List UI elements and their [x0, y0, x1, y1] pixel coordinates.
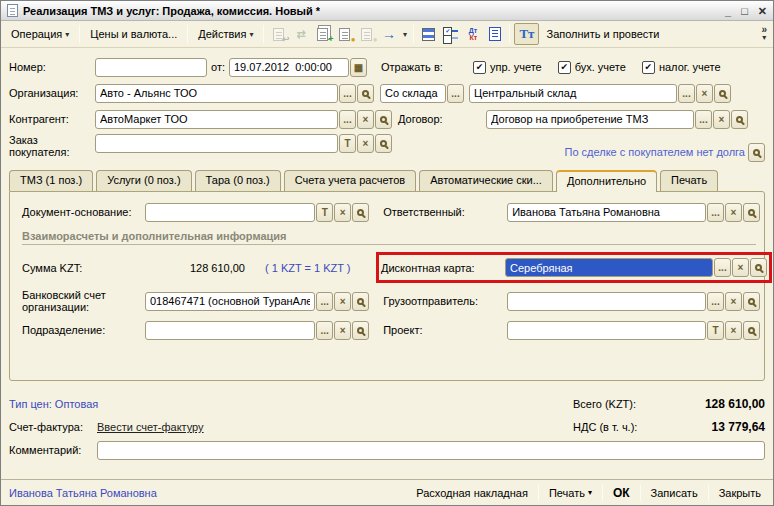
open-icon[interactable]	[352, 203, 369, 222]
toolbar-overflow-button[interactable]: » ▾	[761, 26, 769, 42]
open-icon[interactable]	[352, 292, 369, 311]
department-input[interactable]	[145, 321, 315, 340]
fill-document-icon[interactable]: ●	[334, 24, 355, 45]
magnifier-icon	[748, 209, 755, 216]
fill-and-post-button[interactable]: Заполнить и провести	[540, 25, 665, 43]
close-form-button[interactable]: Закрыть	[715, 485, 765, 501]
bank-account-input[interactable]	[145, 292, 315, 311]
choose-button[interactable]: ...	[714, 258, 731, 277]
open-icon[interactable]	[352, 321, 369, 340]
open-icon[interactable]	[743, 321, 760, 340]
choose-button[interactable]: ...	[339, 84, 356, 103]
totals-toggle-button[interactable]: Тт	[514, 23, 539, 45]
discount-card-label: Дисконтная карта:	[381, 262, 505, 274]
go-to-icon[interactable]: →	[378, 24, 399, 45]
discount-card-input[interactable]	[505, 258, 713, 277]
choose-button[interactable]: ...	[339, 110, 356, 129]
prices-currency-button[interactable]: Цены и валюта...	[84, 25, 183, 43]
save-button[interactable]: Записать	[647, 485, 702, 501]
calendar-icon[interactable]: ▦	[350, 58, 367, 77]
open-icon[interactable]	[714, 84, 731, 103]
open-icon[interactable]	[743, 203, 760, 222]
actions-menu-button[interactable]: Действия ▾	[192, 25, 259, 43]
tab-settlement-accounts[interactable]: Счета учета расчетов	[284, 170, 416, 191]
reflect-label: Отражать в:	[381, 61, 473, 73]
refresh-icon: ⇄	[290, 24, 311, 45]
customer-order-input[interactable]	[95, 134, 338, 153]
clear-icon[interactable]: ×	[357, 110, 374, 129]
clear-icon[interactable]: ×	[334, 203, 351, 222]
base-document-input[interactable]	[145, 203, 315, 222]
warehouse-input[interactable]	[469, 84, 677, 103]
open-icon[interactable]	[731, 110, 748, 129]
price-type-link[interactable]: Тип цен: Оптовая	[9, 398, 98, 410]
date-input[interactable]	[229, 58, 349, 77]
clear-icon[interactable]: ×	[725, 203, 742, 222]
tab-additional[interactable]: Дополнительно	[556, 170, 657, 192]
choose-button[interactable]: ...	[707, 292, 724, 311]
clear-icon[interactable]: ×	[357, 134, 374, 153]
postings-dtkt-icon[interactable]: Дт Кт	[462, 24, 483, 45]
prices-currency-label: Цены и валюта...	[90, 28, 177, 40]
form-body: Номер: от: ▦ Отражать в: ✔ упр. учете ✔ …	[1, 48, 773, 505]
project-input[interactable]	[507, 321, 706, 340]
responsible-input[interactable]	[507, 203, 706, 222]
clear-icon[interactable]: ×	[713, 110, 730, 129]
open-icon[interactable]	[748, 143, 765, 162]
contractor-input[interactable]	[95, 110, 338, 129]
go-to-dropdown-icon[interactable]: ▾	[400, 30, 409, 39]
open-icon[interactable]	[375, 110, 392, 129]
bank-account-label: Банковский счет организации:	[22, 289, 145, 313]
checkbox-managerial[interactable]: ✔ упр. учете	[473, 61, 542, 74]
choose-button[interactable]: ...	[316, 292, 333, 311]
number-input[interactable]	[95, 58, 207, 77]
organization-input[interactable]	[95, 84, 338, 103]
list-settings-icon[interactable]	[418, 24, 439, 45]
clear-icon[interactable]: ×	[696, 84, 713, 103]
open-icon[interactable]	[357, 84, 374, 103]
checkbox-settings-icon[interactable]	[440, 24, 461, 45]
magnifier-icon	[380, 116, 387, 123]
clear-icon[interactable]: ×	[334, 292, 351, 311]
choose-button[interactable]: ...	[447, 84, 464, 103]
print-button[interactable]: Печать ▾	[545, 485, 596, 501]
open-icon[interactable]	[743, 292, 760, 311]
maximize-button[interactable]: □	[741, 4, 748, 18]
operation-menu-button[interactable]: Операция ▾	[5, 25, 75, 43]
enter-invoice-link[interactable]: Ввести счет-фактуру	[97, 421, 204, 433]
tab-tara[interactable]: Тара (0 поз.)	[195, 170, 281, 191]
ok-button[interactable]: ОК	[609, 484, 634, 502]
checkbox-accounting[interactable]: ✔ бух. учете	[558, 61, 626, 74]
checkbox-tax[interactable]: ✔ налог. учете	[642, 61, 721, 74]
choose-button[interactable]: ...	[678, 84, 695, 103]
choose-button[interactable]: ...	[707, 203, 724, 222]
tab-services[interactable]: Услуги (0 поз.)	[96, 170, 191, 191]
expense-invoice-button[interactable]: Расходная накладная	[412, 485, 532, 501]
type-button[interactable]: T	[707, 321, 724, 340]
open-icon[interactable]	[750, 258, 767, 277]
close-button[interactable]: ✕	[758, 4, 767, 18]
minimize-button[interactable]: _	[725, 4, 731, 18]
copy-document-icon[interactable]: +	[312, 24, 333, 45]
tab-print[interactable]: Печать	[660, 170, 718, 191]
tab-tmz[interactable]: ТМЗ (1 поз.)	[9, 170, 93, 191]
report-icon[interactable]	[484, 24, 505, 45]
warehouse-toggle-field[interactable]: Со склада	[380, 84, 446, 103]
debt-status-link[interactable]: По сделке с покупателем нет долга	[564, 146, 745, 158]
type-button[interactable]: T	[316, 203, 333, 222]
clear-icon[interactable]: ×	[725, 292, 742, 311]
comment-input[interactable]	[97, 441, 765, 460]
contract-input[interactable]	[486, 110, 694, 129]
consignor-input[interactable]	[507, 292, 706, 311]
clear-icon[interactable]: ×	[732, 258, 749, 277]
clear-icon[interactable]: ×	[725, 321, 742, 340]
type-button[interactable]: T	[339, 134, 356, 153]
separator	[79, 25, 80, 43]
open-icon[interactable]	[375, 134, 392, 153]
clear-icon[interactable]: ×	[334, 321, 351, 340]
tab-auto-discounts[interactable]: Автоматические ски...	[419, 170, 553, 191]
choose-button[interactable]: ...	[316, 321, 333, 340]
chevron-down-icon: ▾	[249, 30, 253, 39]
currency-rate-note[interactable]: ( 1 KZT = 1 KZT )	[265, 262, 350, 274]
choose-button[interactable]: ...	[695, 110, 712, 129]
